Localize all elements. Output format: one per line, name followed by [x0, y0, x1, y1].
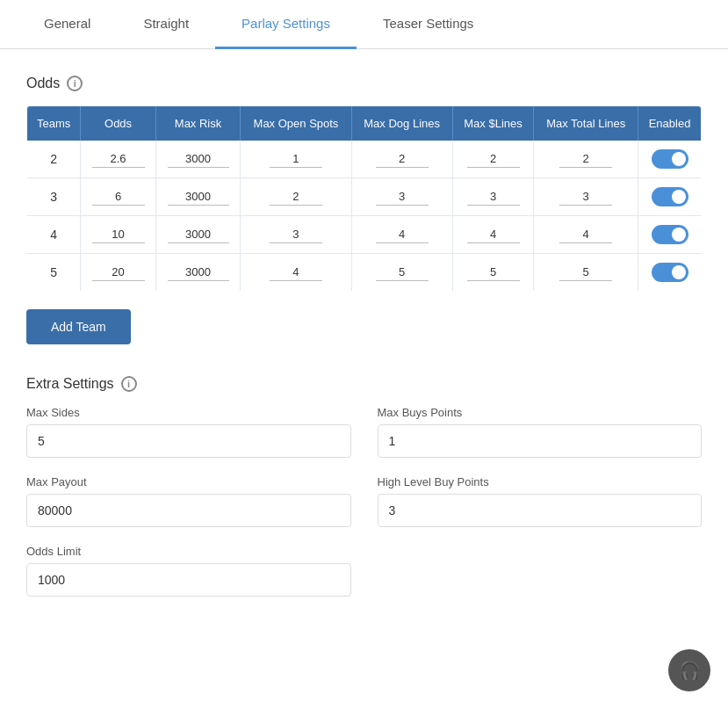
max-sides-input[interactable] — [26, 424, 351, 458]
max-buys-points-input[interactable] — [378, 424, 703, 458]
high-level-buy-points-group: High Level Buy Points — [378, 475, 703, 527]
col-odds: Odds — [81, 106, 155, 141]
extra-settings-title-row: Extra Settings i — [26, 376, 702, 392]
max-total-lines-input[interactable] — [559, 264, 612, 281]
table-row: 4 — [27, 216, 702, 254]
max-total-lines-cell — [534, 141, 638, 178]
high-level-buy-points-input[interactable] — [378, 494, 703, 527]
max-slines-cell — [452, 141, 534, 178]
tab-teaser[interactable]: Teaser Settings — [357, 0, 500, 49]
odds-limit-group: Odds Limit — [26, 545, 351, 597]
extra-settings-info-icon[interactable]: i — [121, 376, 137, 392]
max-slines-input[interactable] — [467, 188, 520, 206]
max-dog-lines-cell — [351, 254, 452, 292]
max-dog-lines-cell — [351, 141, 452, 178]
support-icon: 🎧 — [679, 660, 701, 681]
odds-input[interactable] — [92, 188, 145, 206]
max-slines-input[interactable] — [467, 150, 520, 168]
col-max-open-spots: Max Open Spots — [241, 106, 351, 141]
max-slines-cell — [452, 216, 534, 254]
max-risk-cell — [155, 178, 241, 216]
max-open-spots-input[interactable] — [270, 188, 322, 206]
max-payout-input[interactable] — [26, 494, 351, 527]
odds-cell — [81, 141, 155, 178]
team-cell: 5 — [27, 254, 81, 292]
odds-table: Teams Odds Max Risk Max Open Spots Max D… — [26, 105, 702, 292]
odds-input[interactable] — [92, 264, 145, 281]
table-row: 2 — [27, 141, 702, 178]
max-open-spots-input[interactable] — [270, 264, 322, 281]
add-team-button[interactable]: Add Team — [26, 309, 131, 344]
odds-limit-input[interactable] — [26, 563, 351, 597]
max-slines-input[interactable] — [467, 264, 520, 281]
max-total-lines-input[interactable] — [559, 150, 612, 168]
max-risk-input[interactable] — [168, 264, 229, 281]
max-risk-cell — [155, 141, 241, 178]
max-slines-input[interactable] — [467, 226, 520, 243]
team-cell: 2 — [27, 141, 81, 178]
enabled-cell — [638, 178, 702, 216]
odds-cell — [81, 216, 155, 254]
col-enabled: Enabled — [638, 106, 702, 141]
support-button[interactable]: 🎧 — [668, 649, 710, 691]
col-max-total-lines: Max Total Lines — [534, 106, 638, 141]
tab-general[interactable]: General — [18, 0, 117, 49]
col-teams: Teams — [27, 106, 81, 141]
enabled-cell — [638, 254, 702, 292]
odds-input[interactable] — [92, 150, 145, 168]
odds-cell — [81, 254, 155, 292]
odds-cell — [81, 178, 155, 216]
col-max-risk: Max Risk — [155, 106, 241, 141]
max-dog-lines-cell — [351, 178, 452, 216]
tab-parlay[interactable]: Parlay Settings — [215, 0, 357, 49]
max-risk-cell — [155, 254, 241, 292]
max-open-spots-input[interactable] — [270, 150, 322, 168]
enabled-cell — [638, 216, 702, 254]
max-buys-points-label: Max Buys Points — [378, 406, 703, 419]
max-total-lines-cell — [534, 216, 638, 254]
tabs-bar: General Straight Parlay Settings Teaser … — [0, 0, 728, 49]
max-risk-input[interactable] — [168, 188, 229, 206]
max-dog-lines-input[interactable] — [376, 264, 429, 281]
enabled-toggle[interactable] — [652, 149, 688, 169]
max-risk-input[interactable] — [168, 150, 229, 168]
team-cell: 3 — [27, 178, 81, 216]
tab-straight[interactable]: Straight — [117, 0, 215, 49]
max-open-spots-cell — [241, 178, 351, 216]
high-level-buy-points-label: High Level Buy Points — [378, 475, 703, 488]
max-total-lines-cell — [534, 178, 638, 216]
max-payout-label: Max Payout — [26, 475, 351, 488]
max-open-spots-cell — [241, 216, 351, 254]
extra-settings-section: Extra Settings i Max Sides Max Buys Poin… — [26, 376, 702, 597]
max-total-lines-input[interactable] — [559, 188, 612, 206]
max-slines-cell — [452, 178, 534, 216]
max-dog-lines-input[interactable] — [376, 188, 429, 206]
odds-limit-label: Odds Limit — [26, 545, 351, 558]
max-risk-cell — [155, 216, 241, 254]
enabled-cell — [638, 141, 702, 178]
max-payout-group: Max Payout — [26, 475, 351, 527]
extra-settings-form: Max Sides Max Buys Points Max Payout Hig… — [26, 406, 702, 597]
max-open-spots-cell — [241, 141, 351, 178]
col-max-slines: Max $Lines — [452, 106, 534, 141]
max-total-lines-input[interactable] — [559, 226, 612, 243]
odds-section-title: Odds i — [26, 76, 702, 91]
max-risk-input[interactable] — [168, 226, 229, 243]
enabled-toggle[interactable] — [652, 187, 688, 206]
max-dog-lines-input[interactable] — [376, 226, 429, 243]
col-max-dog-lines: Max Dog Lines — [351, 106, 452, 141]
max-buys-points-group: Max Buys Points — [378, 406, 703, 458]
max-slines-cell — [452, 254, 534, 292]
max-sides-group: Max Sides — [26, 406, 351, 458]
max-open-spots-cell — [241, 254, 351, 292]
odds-input[interactable] — [92, 226, 145, 243]
odds-info-icon[interactable]: i — [67, 76, 83, 91]
max-total-lines-cell — [534, 254, 638, 292]
table-row: 5 — [27, 254, 702, 292]
enabled-toggle[interactable] — [652, 263, 688, 282]
table-header-row: Teams Odds Max Risk Max Open Spots Max D… — [27, 106, 702, 141]
enabled-toggle[interactable] — [652, 225, 688, 244]
max-dog-lines-cell — [351, 216, 452, 254]
max-open-spots-input[interactable] — [270, 226, 322, 243]
max-dog-lines-input[interactable] — [376, 150, 429, 168]
